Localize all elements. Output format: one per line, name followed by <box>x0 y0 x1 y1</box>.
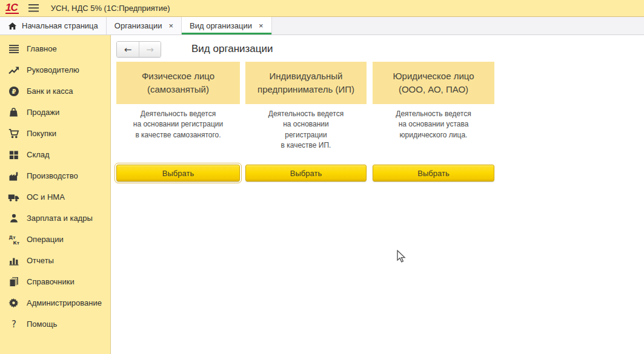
select-button-self-employed[interactable]: Выбрать <box>116 165 240 182</box>
tab-label: Вид организации <box>190 21 252 30</box>
app-window: 1С УСН, НДС 5% (1С:Предприятие) Начальна… <box>0 0 644 354</box>
desc-line: на основании устава <box>373 119 494 129</box>
window-title: УСН, НДС 5% (1С:Предприятие) <box>51 4 170 13</box>
gear-icon <box>8 298 19 309</box>
chart-icon <box>8 255 19 266</box>
dtkt-icon: ДтКт <box>8 234 19 245</box>
person-icon <box>8 213 19 224</box>
card-header-entrepreneur: Индивидуальный предприниматель (ИП) <box>245 62 367 104</box>
mouse-cursor-icon <box>396 250 408 264</box>
1c-logo-icon: 1С <box>5 3 19 14</box>
svg-text:?: ? <box>12 319 16 329</box>
sidebar-item-label: Отчеты <box>27 256 54 265</box>
desc-line: на основании <box>245 119 367 129</box>
select-button-entrepreneur[interactable]: Выбрать <box>245 165 367 182</box>
warehouse-icon <box>8 149 19 160</box>
tab-organization-type[interactable]: Вид организации × <box>182 17 271 34</box>
sidebar-item-label: Склад <box>27 150 50 159</box>
titlebar: 1С УСН, НДС 5% (1С:Предприятие) <box>0 0 644 17</box>
books-icon <box>8 277 19 287</box>
desc-line: регистрации <box>245 130 367 140</box>
menu-lines-icon <box>8 44 19 54</box>
sidebar-item-help[interactable]: ? Помощь <box>0 313 110 335</box>
tab-bar: Начальная страница Организации × Вид орг… <box>0 17 644 35</box>
card-title-line: (ООО, АО, ПАО) <box>399 83 468 96</box>
card-title-line: (самозанятый) <box>147 83 209 96</box>
close-icon[interactable]: × <box>168 22 173 30</box>
card-title-line: предприниматель (ИП) <box>257 83 354 96</box>
history-nav: ← → <box>116 41 161 57</box>
main-content: ← → Вид организации Физическое лицо (сам… <box>111 35 644 354</box>
sidebar-item-directories[interactable]: Справочники <box>0 271 110 292</box>
sidebar-item-label: Банк и касса <box>27 87 73 96</box>
sidebar: Главное Руководителю ₽ Банк и касса Прод… <box>0 35 111 354</box>
desc-line: Деятельность ведется <box>373 109 494 119</box>
tab-label: Организации <box>115 21 162 30</box>
card-header-self-employed: Физическое лицо (самозанятый) <box>116 62 240 104</box>
trend-icon <box>8 65 19 76</box>
sidebar-item-label: Администрирование <box>27 298 102 307</box>
svg-text:Кт: Кт <box>13 240 19 245</box>
desc-line: в качестве ИП. <box>245 140 367 151</box>
card-description-self-employed: Деятельность ведется на основании регист… <box>116 109 240 140</box>
back-button[interactable]: ← <box>117 42 139 57</box>
sidebar-item-main[interactable]: Главное <box>0 38 110 59</box>
sidebar-item-administration[interactable]: Администрирование <box>0 292 110 313</box>
card-description-legal-entity: Деятельность ведется на основании устава… <box>373 109 494 140</box>
close-icon[interactable]: × <box>259 22 264 30</box>
sidebar-item-label: Главное <box>27 44 57 53</box>
card-title-line: Физическое лицо <box>142 70 214 83</box>
forward-button[interactable]: → <box>139 42 161 57</box>
tab-organizations[interactable]: Организации × <box>107 17 182 34</box>
desc-line: на основании регистрации <box>116 119 240 129</box>
sidebar-item-fixed-assets[interactable]: ОС и НМА <box>0 186 110 208</box>
home-icon <box>8 22 17 30</box>
factory-icon <box>8 171 19 182</box>
card-title-line: Индивидуальный <box>270 70 343 83</box>
sidebar-item-operations[interactable]: ДтКт Операции <box>0 229 110 250</box>
tab-label: Начальная страница <box>22 21 98 30</box>
sidebar-item-label: Зарплата и кадры <box>27 214 93 223</box>
sidebar-item-label: Руководителю <box>27 65 79 74</box>
sidebar-item-purchases[interactable]: Покупки <box>0 123 110 144</box>
sidebar-item-production[interactable]: Производство <box>0 165 110 186</box>
sidebar-item-payroll-hr[interactable]: Зарплата и кадры <box>0 208 110 229</box>
truck-icon <box>8 192 19 203</box>
desc-line: в качестве самозанятого. <box>116 130 240 140</box>
sidebar-item-label: Продажи <box>27 108 59 117</box>
card-description-entrepreneur: Деятельность ведется на основании регист… <box>245 109 367 151</box>
sidebar-item-label: Производство <box>27 171 78 180</box>
sidebar-item-reports[interactable]: Отчеты <box>0 250 110 271</box>
tab-home[interactable]: Начальная страница <box>0 17 107 34</box>
desc-line: юридического лица. <box>373 130 494 140</box>
desc-line: Деятельность ведется <box>116 109 240 119</box>
sidebar-item-warehouse[interactable]: Склад <box>0 144 110 165</box>
hamburger-menu-icon[interactable] <box>28 4 39 12</box>
desc-line: Деятельность ведется <box>245 109 367 119</box>
sidebar-item-label: Покупки <box>27 129 56 138</box>
select-button-legal-entity[interactable]: Выбрать <box>373 165 494 182</box>
page-title: Вид организации <box>191 43 273 55</box>
card-header-legal-entity: Юридическое лицо (ООО, АО, ПАО) <box>373 62 494 104</box>
question-icon: ? <box>8 319 19 330</box>
sidebar-item-manager[interactable]: Руководителю <box>0 59 110 80</box>
ruble-icon: ₽ <box>8 86 19 97</box>
sidebar-item-label: ОС и НМА <box>27 192 65 202</box>
sidebar-item-label: Помощь <box>27 320 57 329</box>
svg-text:₽: ₽ <box>12 88 16 94</box>
bag-icon <box>8 107 19 118</box>
sidebar-item-label: Операции <box>27 235 64 244</box>
card-title-line: Юридическое лицо <box>393 70 474 83</box>
sidebar-item-sales[interactable]: Продажи <box>0 102 110 123</box>
sidebar-item-label: Справочники <box>27 277 75 286</box>
cart-icon <box>8 128 19 139</box>
sidebar-item-bank-cash[interactable]: ₽ Банк и касса <box>0 80 110 102</box>
